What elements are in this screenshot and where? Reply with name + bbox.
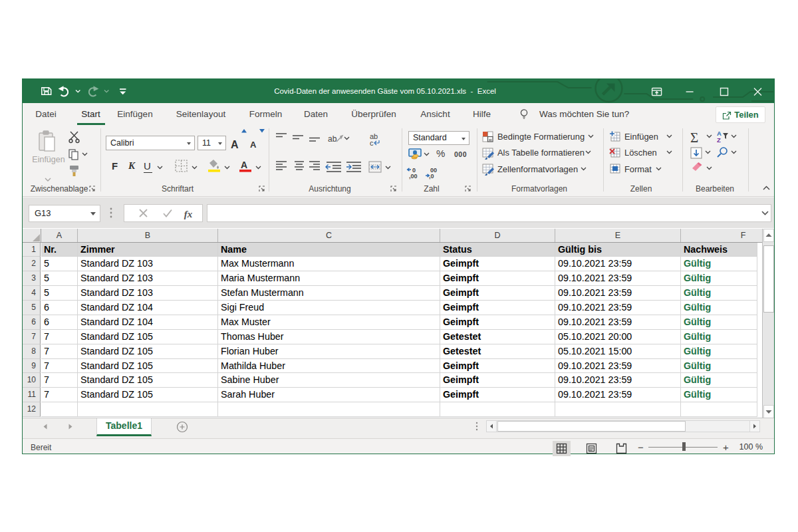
svg-text:,00: ,00 — [409, 173, 418, 180]
svg-text:A: A — [250, 140, 257, 150]
svg-text:A: A — [241, 160, 247, 170]
svg-text:ab: ab — [328, 134, 337, 144]
svg-text:fx: fx — [184, 209, 193, 219]
svg-text:Z: Z — [717, 136, 721, 144]
svg-text:Σ: Σ — [690, 130, 698, 146]
svg-text:,0: ,0 — [429, 173, 434, 180]
svg-text:A: A — [231, 139, 239, 150]
svg-text:c: c — [370, 139, 374, 147]
